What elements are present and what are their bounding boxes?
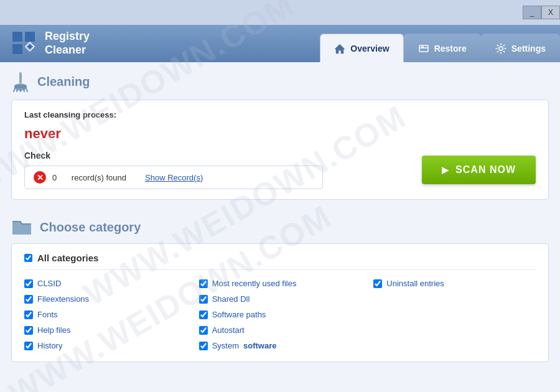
tab-overview[interactable]: Overview <box>320 34 403 62</box>
svg-rect-11 <box>19 72 22 83</box>
list-item: Fonts <box>24 310 187 319</box>
fileextensions-checkbox[interactable] <box>24 295 33 304</box>
most-recently-label: Most recently used files <box>212 279 297 288</box>
fileextensions-item[interactable]: Fileextensions <box>24 294 187 304</box>
list-item: Shared Dll <box>199 294 362 304</box>
software-paths-item[interactable]: Software paths <box>199 310 362 319</box>
titlebar: _ X <box>0 0 560 25</box>
records-suffix <box>63 173 65 182</box>
svg-rect-2 <box>12 44 22 54</box>
checkbox-grid: CLSID Most recently used files Uninstall… <box>24 279 536 350</box>
category-title: Choose category <box>40 220 141 235</box>
show-records-link[interactable]: Show Record(s) <box>145 173 203 182</box>
list-item: Fileextensions <box>24 294 187 304</box>
records-count: 0 <box>52 173 57 182</box>
folder-icon <box>11 218 32 236</box>
logo-area: Registry Cleaner <box>0 30 137 57</box>
list-item: Uninstall entries <box>373 279 536 288</box>
svg-line-18 <box>26 88 27 91</box>
list-item <box>373 310 536 319</box>
most-recently-item[interactable]: Most recently used files <box>199 279 362 288</box>
clsid-item[interactable]: CLSID <box>24 279 187 288</box>
history-item[interactable]: History <box>24 341 187 350</box>
cleaning-section: Cleaning Last cleansing process: never C… <box>0 62 560 212</box>
fileextensions-label: Fileextensions <box>37 294 89 304</box>
svg-rect-9 <box>421 46 424 47</box>
history-label: History <box>37 341 62 350</box>
nav-tabs: Overview Restore Settings <box>320 25 560 62</box>
list-item <box>373 341 536 350</box>
system-software-checkbox[interactable] <box>199 342 208 350</box>
list-item: System software <box>199 341 362 350</box>
check-label: Check <box>24 151 422 161</box>
help-files-checkbox[interactable] <box>24 326 33 335</box>
software-paths-checkbox[interactable] <box>199 310 208 319</box>
all-categories-row: All categories <box>24 253 536 270</box>
svg-rect-0 <box>12 32 22 42</box>
help-files-item[interactable]: Help files <box>24 325 187 335</box>
cleaning-card: Last cleansing process: never Check ✕ 0 … <box>11 100 549 200</box>
system-software-label-2: software <box>243 341 276 350</box>
list-item: Autostart <box>199 325 362 335</box>
category-card: All categories CLSID Most recently used … <box>11 243 549 362</box>
cleaning-title: Cleaning <box>37 75 90 89</box>
category-section-header: Choose category <box>11 218 549 236</box>
main-content: Cleaning Last cleansing process: never C… <box>0 62 560 392</box>
uninstall-checkbox[interactable] <box>373 279 382 288</box>
cleaning-section-header: Cleaning <box>11 71 549 92</box>
list-item: History <box>24 341 187 350</box>
tab-settings[interactable]: Settings <box>481 34 560 62</box>
shared-dll-item[interactable]: Shared Dll <box>199 294 362 304</box>
check-content: Check ✕ 0 record(s) found Show Record(s) <box>24 151 422 189</box>
clsid-label: CLSID <box>37 279 61 288</box>
help-files-label: Help files <box>37 325 70 335</box>
records-suffix-text: record(s) found <box>72 173 126 182</box>
svg-line-17 <box>24 88 24 91</box>
never-text: never <box>24 126 536 142</box>
svg-line-14 <box>14 88 15 91</box>
check-row: Check ✕ 0 record(s) found Show Record(s)… <box>24 151 536 189</box>
all-categories-checkbox[interactable] <box>24 254 32 262</box>
uninstall-label: Uninstall entries <box>386 279 444 288</box>
all-categories-label: All categories <box>37 253 98 263</box>
list-item: CLSID <box>24 279 187 288</box>
scan-now-button[interactable]: ▶ SCAN NOW <box>422 156 536 184</box>
list-item: Help files <box>24 325 187 335</box>
last-cleanse-label: Last cleansing process: <box>24 110 536 119</box>
list-item <box>373 294 536 304</box>
home-icon <box>334 43 345 54</box>
records-box: ✕ 0 record(s) found Show Record(s) <box>24 166 323 189</box>
logo-icon <box>11 30 37 57</box>
uninstall-item[interactable]: Uninstall entries <box>373 279 536 288</box>
autostart-checkbox[interactable] <box>199 326 208 335</box>
minimize-button[interactable]: _ <box>523 6 541 19</box>
system-software-item[interactable]: System software <box>199 341 362 350</box>
autostart-label: Autostart <box>212 325 245 335</box>
list-item: Software paths <box>199 310 362 319</box>
error-icon: ✕ <box>34 171 46 184</box>
logo-text: Registry Cleaner <box>45 30 90 57</box>
fonts-label: Fonts <box>37 310 58 319</box>
fonts-checkbox[interactable] <box>24 310 33 319</box>
tab-restore[interactable]: Restore <box>404 34 481 62</box>
play-icon: ▶ <box>442 165 449 175</box>
svg-marker-6 <box>335 44 345 54</box>
close-button[interactable]: X <box>541 6 560 19</box>
svg-line-15 <box>17 88 17 91</box>
svg-rect-7 <box>419 45 428 52</box>
svg-rect-1 <box>25 32 35 42</box>
shared-dll-checkbox[interactable] <box>199 295 208 304</box>
fonts-item[interactable]: Fonts <box>24 310 187 319</box>
list-item <box>373 325 536 335</box>
system-software-label-1: System <box>212 341 239 350</box>
gear-icon <box>495 43 506 54</box>
most-recently-checkbox[interactable] <box>199 279 208 288</box>
list-item: Most recently used files <box>199 279 362 288</box>
clsid-checkbox[interactable] <box>24 279 33 288</box>
autostart-item[interactable]: Autostart <box>199 325 362 335</box>
history-checkbox[interactable] <box>24 342 33 350</box>
category-section: Choose category All categories CLSID <box>0 212 560 371</box>
shared-dll-label: Shared Dll <box>212 294 250 304</box>
broom-icon <box>11 71 30 92</box>
header: Registry Cleaner Overview Restore <box>0 25 560 62</box>
